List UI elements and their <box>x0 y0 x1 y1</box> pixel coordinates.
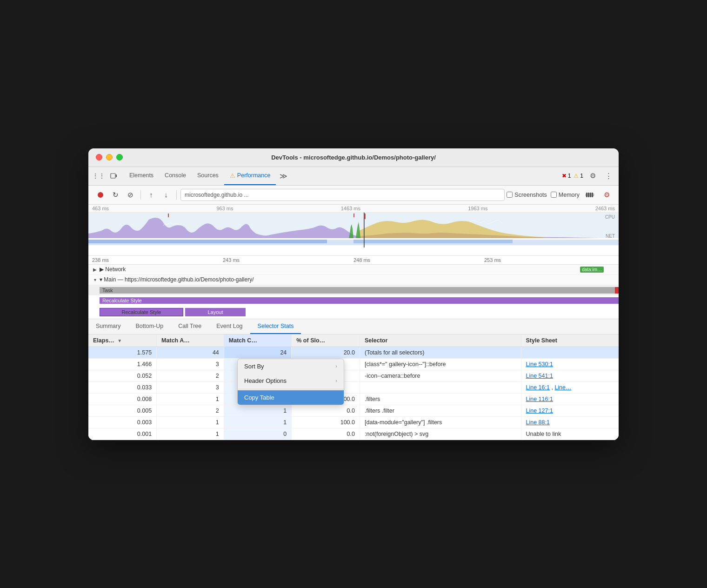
header-elapsed[interactable]: Elaps… ▼ <box>88 334 157 347</box>
recalc-style-bar: Recalculate Style <box>100 297 619 304</box>
tab-sources[interactable]: Sources <box>192 167 224 185</box>
cell-stylesheet: Line 88:1 <box>521 416 619 428</box>
network-label: ▶ Network <box>100 266 126 273</box>
svg-rect-1 <box>116 174 117 177</box>
warning-icon: ⚠ <box>230 172 235 179</box>
cell-selector: -icon--camera::before <box>360 370 521 381</box>
more-options-button[interactable]: ⋮ <box>602 169 615 182</box>
cell-stylesheet: Line 16:1 , Line… <box>521 381 619 393</box>
tab-call-tree[interactable]: Call Tree <box>171 319 209 334</box>
cell-match-c: 1 <box>224 416 292 428</box>
timeline-labels: CPU NET <box>605 214 615 239</box>
tab-bottom-up[interactable]: Bottom-Up <box>128 319 171 334</box>
cell-stylesheet: Line 127:1 <box>521 405 619 416</box>
svg-point-2 <box>98 192 103 198</box>
memory-checkbox[interactable]: Memory <box>551 192 580 198</box>
inner-layout-bar: Layout <box>185 308 246 316</box>
title-bar: DevTools - microsoftedge.github.io/Demos… <box>88 148 619 167</box>
inner-recalc-bar: Recalculate Style <box>100 308 183 316</box>
cell-selector: [class*=" gallery-icon--"]::before <box>360 358 521 370</box>
ctx-sort-by[interactable]: Sort By › <box>238 359 344 374</box>
table-row[interactable]: 0.005 2 1 0.0 .filters .filter Line 127:… <box>88 405 619 416</box>
cell-selector: .filters .filter <box>360 405 521 416</box>
tab-more-button[interactable]: ≫ <box>276 167 291 185</box>
header-match-c[interactable]: Match C… <box>224 334 292 347</box>
task-bar-overflow <box>615 287 619 294</box>
bottom-panel: Summary Bottom-Up Call Tree Event Log Se… <box>88 319 619 440</box>
table-row[interactable]: 0.033 3 Line 16:1 , Line… <box>88 381 619 393</box>
header-selector[interactable]: Selector <box>360 334 521 347</box>
settings-perf-button[interactable]: ⚙ <box>600 188 613 201</box>
table-row[interactable]: 0.003 1 1 100.0 [data-module="gallery"] … <box>88 416 619 428</box>
reload-button[interactable]: ↻ <box>109 188 122 201</box>
cell-match-a: 2 <box>157 370 224 381</box>
download-button[interactable]: ↓ <box>160 188 173 201</box>
ctx-header-options[interactable]: Header Options › <box>238 374 344 388</box>
clear-button[interactable]: ⊘ <box>124 188 137 201</box>
flame-chart: ▶ ▶ Network data:im… ▾ ▾ Main — https://… <box>88 265 619 319</box>
tab-console[interactable]: Console <box>159 167 192 185</box>
tab-selector-stats[interactable]: Selector Stats <box>250 319 301 334</box>
cell-stylesheet: Unable to link <box>521 428 619 440</box>
net-label: NET <box>605 234 615 239</box>
main-label: ▾ Main — https://microsoftedge.github.io… <box>100 276 254 283</box>
screenshots-checkbox[interactable]: Screenshots <box>507 192 547 198</box>
tab-bar-left: ⋮⋮ <box>92 169 120 182</box>
cell-elapsed: 1.575 <box>88 347 157 358</box>
separator <box>140 190 141 200</box>
device-icon[interactable] <box>107 169 120 182</box>
tab-summary[interactable]: Summary <box>88 319 128 334</box>
upload-button[interactable]: ↑ <box>145 188 158 201</box>
window-title: DevTools - microsoftedge.github.io/Demos… <box>271 154 436 161</box>
ctx-header-arrow: › <box>335 378 337 383</box>
table-header-row: Elaps… ▼ Match A… Match C… % of Slo… <box>88 334 619 347</box>
record-button[interactable] <box>94 188 107 201</box>
memory-icon[interactable] <box>583 188 596 201</box>
bottom-tabs: Summary Bottom-Up Call Tree Event Log Se… <box>88 319 619 334</box>
inspect-icon[interactable]: ⋮⋮ <box>92 169 105 182</box>
close-button[interactable] <box>96 154 102 160</box>
inner-bars-row: Recalculate Style Layout <box>88 306 619 319</box>
tabs: Elements Console Sources ⚠ Performance ≫ <box>124 167 562 185</box>
tab-performance[interactable]: ⚠ Performance <box>224 167 276 185</box>
cell-selector: .filters <box>360 393 521 405</box>
ctx-sort-arrow: › <box>335 363 337 369</box>
ctx-copy-table[interactable]: Copy Table <box>238 390 344 405</box>
timeline-ruler: 463 ms 963 ms 1463 ms 1963 ms 2463 ms <box>88 205 619 213</box>
cell-selector: :not(foreignObject) > svg <box>360 428 521 440</box>
header-stylesheet[interactable]: Style Sheet <box>521 334 619 347</box>
cell-match-a: 1 <box>157 428 224 440</box>
timeline-chart[interactable]: CPU NET <box>88 213 619 247</box>
ctx-separator <box>238 389 344 389</box>
tab-elements[interactable]: Elements <box>124 167 159 185</box>
table-row[interactable]: 0.052 2 -icon--camera::before Line 541:1 <box>88 370 619 381</box>
ruler-mark-1: 463 ms <box>92 206 109 211</box>
main-expand-icon[interactable]: ▾ <box>92 277 98 282</box>
svg-rect-5 <box>590 193 591 197</box>
cell-match-c: 0 <box>224 428 292 440</box>
svg-rect-3 <box>586 193 587 197</box>
svg-rect-10 <box>88 240 327 243</box>
cell-pct: 100.0 <box>292 416 360 428</box>
maximize-button[interactable] <box>116 154 123 160</box>
tab-event-log[interactable]: Event Log <box>209 319 250 334</box>
settings-button[interactable]: ⚙ <box>586 169 599 182</box>
cell-elapsed: 0.001 <box>88 428 157 440</box>
header-match-a[interactable]: Match A… <box>157 334 224 347</box>
ms-mark-3: 248 ms <box>354 257 370 263</box>
table-row[interactable]: 1.466 3 [class*=" gallery-icon--"]::befo… <box>88 358 619 370</box>
network-expand-icon[interactable]: ▶ <box>92 267 98 272</box>
svg-rect-13 <box>168 214 169 217</box>
ms-mark-1: 238 ms <box>92 257 109 263</box>
toolbar: ↻ ⊘ ↑ ↓ microsoftedge.github.io ... Scre… <box>88 186 619 205</box>
header-pct[interactable]: % of Slo… <box>292 334 360 347</box>
table-row[interactable]: 0.001 1 0 0.0 :not(foreignObject) > svg … <box>88 428 619 440</box>
table-row[interactable]: 1.575 44 24 20.0 (Totals for all selecto… <box>88 347 619 358</box>
table-row[interactable]: 0.008 1 1 100.0 .filters Line 116:1 <box>88 393 619 405</box>
ruler-mark-4: 1963 ms <box>468 206 487 211</box>
cell-pct: 0.0 <box>292 405 360 416</box>
ms-mark-4: 253 ms <box>484 257 501 263</box>
recalc-style-row: Recalculate Style <box>88 295 619 306</box>
minimize-button[interactable] <box>106 154 113 160</box>
cell-elapsed: 0.008 <box>88 393 157 405</box>
